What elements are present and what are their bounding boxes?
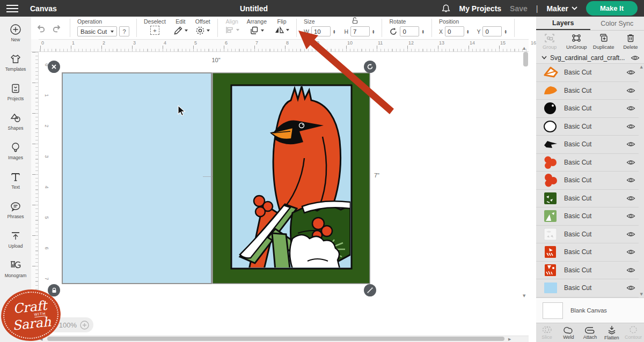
vertical-scrollbar-thumb[interactable] [523,52,528,66]
deselect-button[interactable]: + [150,26,159,35]
layer-row[interactable]: Basic Cut [536,136,639,154]
save-link[interactable]: Save [510,4,528,13]
tab-color-sync[interactable]: Color Sync [590,17,644,30]
weld-button[interactable]: Weld [558,325,579,340]
layer-thumbnail-eye-white [543,120,559,133]
scroll-down-icon[interactable]: ▼ [523,294,525,298]
attach-button[interactable]: Attach [579,325,601,340]
layer-row[interactable]: Basic Cut [536,154,639,172]
undo-button[interactable] [35,24,46,33]
panel-scroll-up-icon[interactable]: ▲ [640,65,643,69]
rotate-stepper[interactable]: ▲▼ [421,29,424,34]
layer-row[interactable]: Basic Cut [536,207,639,226]
eye-icon[interactable] [626,195,635,202]
layer-row[interactable]: Basic Cut [536,226,639,244]
edit-button[interactable] [173,26,188,35]
eye-icon[interactable] [626,105,635,111]
ungroup-button[interactable]: UnGroup [563,33,590,50]
x-input[interactable] [445,26,464,36]
hamburger-menu-icon[interactable] [0,0,25,17]
sidebar-item-monogram[interactable]: Monogram [0,252,31,282]
resize-handle[interactable] [364,284,376,296]
height-input[interactable] [350,26,370,36]
sidebar-item-upload[interactable]: Upload [0,223,31,252]
my-projects-link[interactable]: My Projects [459,4,502,13]
eye-icon[interactable] [631,55,640,61]
flip-button[interactable] [274,26,289,34]
sidebar-item-projects[interactable]: Projects [0,76,31,105]
layer-group-name: Svg_cardinal_card_craft... [550,54,627,62]
eye-icon[interactable] [626,141,635,147]
layer-thumbnail-frame-dark-green [543,191,559,205]
layer-row[interactable]: Basic Cut [536,82,639,100]
sidebar-item-text[interactable]: Text [0,164,31,194]
contour-button[interactable]: Contour [623,325,644,340]
offset-button[interactable] [195,26,210,35]
flip-label: Flip [277,18,287,25]
group-button[interactable]: Group [536,33,563,50]
rotate-handle[interactable] [364,61,376,73]
position-label: Position [439,18,459,25]
eye-icon[interactable] [626,285,635,291]
layer-row[interactable]: Basic Cut [536,64,639,82]
eye-icon[interactable] [626,159,635,166]
document-title: Untitled [240,4,268,13]
sidebar-item-templates[interactable]: Templates [0,46,31,76]
width-stepper[interactable]: ▲▼ [333,29,335,34]
bell-icon[interactable] [441,4,451,13]
canvas-color-swatch[interactable] [543,302,563,319]
sidebar-item-new[interactable]: New [0,17,31,46]
operation-select[interactable]: Basic Cut [77,26,117,36]
layer-row[interactable]: Basic Cut [536,172,639,190]
horizontal-scrollbar-thumb[interactable] [47,337,504,341]
y-stepper[interactable]: ▲▼ [504,29,507,34]
sidebar-item-images[interactable]: Images [0,135,31,164]
layer-row[interactable]: Basic Cut [536,279,639,298]
layer-group-header[interactable]: Svg_cardinal_card_craft... [536,52,644,64]
zoom-in-icon[interactable] [80,321,89,330]
machine-select[interactable]: Maker [546,4,577,13]
tab-layers[interactable]: Layers [536,17,590,30]
rotate-input[interactable] [400,26,419,36]
panel-scroll-down-icon[interactable]: ▼ [640,292,643,296]
eye-icon[interactable] [626,69,635,76]
close-handle[interactable] [48,61,60,73]
layer-row[interactable]: Basic Cut [536,190,639,208]
eye-icon[interactable] [626,123,635,130]
rotate-icon [389,27,398,36]
scroll-up-icon[interactable]: ▲ [523,46,525,50]
eye-icon[interactable] [626,213,635,219]
eye-icon[interactable] [626,231,635,237]
make-it-button[interactable]: Make It [586,1,638,16]
layer-row[interactable]: Basic Cut [536,262,639,280]
card-inside-layer[interactable] [62,72,212,284]
layer-row[interactable]: Basic Cut [536,118,639,136]
edit-toolbar: Operation Basic Cut ? Deselect + Edit Of… [31,17,536,39]
sidebar-item-phrases[interactable]: Phrases [0,194,31,223]
duplicate-button[interactable]: Duplicate [590,33,617,50]
eye-icon[interactable] [626,177,635,183]
delete-button[interactable]: Delete [617,33,644,50]
x-stepper[interactable]: ▲▼ [466,29,469,34]
arrange-button[interactable] [250,26,264,35]
scroll-right-icon[interactable]: ▶ [508,337,511,341]
size-lock-button[interactable] [352,17,358,24]
height-stepper[interactable]: ▲▼ [372,29,375,34]
y-input[interactable] [482,26,502,36]
slice-button[interactable]: Slice [536,325,558,340]
layer-row[interactable]: Basic Cut [536,100,639,118]
eye-icon[interactable] [626,87,635,94]
eye-icon[interactable] [626,267,635,273]
flatten-button[interactable]: Flatten [601,325,623,340]
align-button[interactable] [225,26,239,34]
cardinal-card-artwork[interactable] [212,72,370,284]
blank-canvas-row: Blank Canvas [536,298,644,323]
redo-button[interactable] [52,24,62,33]
lightbulb-icon [10,142,21,153]
help-button[interactable]: ? [119,26,129,36]
layer-row[interactable]: Basic Cut [536,243,639,262]
sidebar-item-shapes[interactable]: Shapes [0,105,31,135]
width-input[interactable] [311,26,331,36]
eye-icon[interactable] [626,249,635,255]
dashed-plus-icon: + [150,26,159,35]
